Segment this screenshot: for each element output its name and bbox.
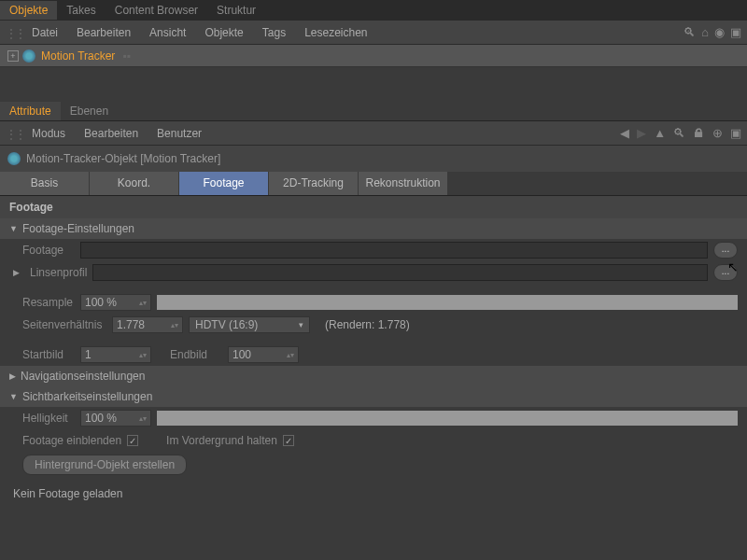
motion-tracker-icon — [7, 152, 21, 165]
subtab-rekonstruktion[interactable]: Rekonstruktion — [359, 172, 448, 195]
maximize-icon[interactable]: ▣ — [730, 126, 741, 140]
group-label: Sichtbarkeitseinstellungen — [22, 390, 152, 403]
attribute-tab-bar: Attribute Ebenen — [0, 101, 747, 121]
tab-struktur[interactable]: Struktur — [207, 1, 265, 20]
expand-icon[interactable]: + — [7, 50, 19, 62]
label-footage-einblenden: Footage einblenden — [22, 434, 121, 447]
menu-bearbeiten-attr[interactable]: Bearbeiten — [75, 123, 148, 144]
label-resample: Resample — [22, 296, 75, 309]
group-label: Navigationseinstellungen — [21, 370, 145, 383]
drag-handle-icon[interactable] — [6, 128, 17, 139]
label-seitenverhaeltnis: Seitenverhältnis — [22, 318, 106, 331]
tab-content-browser[interactable]: Content Browser — [106, 1, 207, 20]
endbild-input[interactable]: 100▴▾ — [228, 346, 299, 363]
nav-forward-icon[interactable]: ▶ — [637, 126, 646, 140]
label-footage: Footage — [22, 244, 75, 257]
attribute-menubar: Modus Bearbeiten Benutzer ◀ ▶ ▲ 🔍︎ 🔒︎ ⊕ … — [0, 121, 747, 146]
resample-input[interactable]: 100 %▴▾ — [80, 294, 151, 311]
browse-linsenprofil-button[interactable]: ... — [713, 264, 738, 281]
group-label: Footage-Einstellungen — [22, 222, 134, 235]
row-resample: Resample 100 %▴▾ — [0, 291, 747, 314]
subtab-2d-tracking[interactable]: 2D-Tracking — [269, 172, 359, 195]
render-aspect-text: (Rendern: 1.778) — [325, 318, 410, 331]
row-hintergrund-btn: Hintergrund-Objekt erstellen — [0, 452, 747, 478]
selected-object-header: Motion-Tracker-Objekt [Motion Tracker] — [0, 146, 747, 172]
menu-objekte[interactable]: Objekte — [195, 22, 252, 43]
footage-path-input[interactable] — [80, 242, 708, 259]
menu-benutzer[interactable]: Benutzer — [148, 123, 211, 144]
eye-icon[interactable]: ◉ — [714, 25, 725, 39]
drag-handle-icon[interactable] — [6, 27, 17, 38]
section-footage: Footage — [0, 196, 747, 218]
checkbox-footage-einblenden[interactable]: ✓ — [127, 435, 138, 446]
menu-modus[interactable]: Modus — [22, 123, 75, 144]
chevron-down-icon: ▼ — [9, 224, 18, 233]
nav-up-icon[interactable]: ▲ — [654, 126, 666, 140]
maximize-icon[interactable]: ▣ — [730, 25, 741, 39]
row-footage-path: Footage ... — [0, 239, 747, 261]
hintergrund-objekt-button[interactable]: Hintergrund-Objekt erstellen — [22, 455, 187, 475]
group-visibility-settings[interactable]: ▼ Sichtbarkeitseinstellungen — [0, 386, 747, 407]
new-icon[interactable]: ⊕ — [712, 126, 723, 140]
group-navigation-settings[interactable]: ▶ Navigationseinstellungen — [0, 366, 747, 386]
footage-status-text: Kein Footage geladen — [0, 478, 747, 510]
row-seitenverhaeltnis: Seitenverhältnis 1.778▴▾ HDTV (16:9)▾ (R… — [0, 314, 747, 336]
menu-tags[interactable]: Tags — [253, 22, 295, 43]
label-helligkeit: Helligkeit — [22, 412, 75, 425]
tab-attribute[interactable]: Attribute — [0, 102, 61, 120]
selected-object-title: Motion-Tracker-Objekt [Motion Tracker] — [26, 152, 220, 165]
tab-takes[interactable]: Takes — [57, 1, 105, 20]
tab-ebenen[interactable]: Ebenen — [61, 102, 118, 120]
menu-lesezeichen[interactable]: Lesezeichen — [295, 22, 376, 43]
label-vordergrund: Im Vordergrund halten — [166, 434, 277, 447]
helligkeit-input[interactable]: 100 %▴▾ — [80, 410, 151, 427]
subtab-footage[interactable]: Footage — [179, 172, 269, 195]
search-icon[interactable]: 🔍︎ — [673, 126, 685, 140]
chevron-down-icon: ▼ — [9, 392, 18, 401]
motion-tracker-icon — [22, 49, 35, 63]
helligkeit-slider[interactable] — [157, 411, 738, 426]
seiten-input[interactable]: 1.778▴▾ — [112, 316, 183, 333]
row-helligkeit: Helligkeit 100 %▴▾ — [0, 407, 747, 429]
top-tab-bar: Objekte Takes Content Browser Struktur — [0, 0, 747, 21]
startbild-input[interactable]: 1▴▾ — [80, 346, 151, 363]
search-icon[interactable]: 🔍︎ — [684, 25, 696, 39]
object-manager-menubar: Datei Bearbeiten Ansicht Objekte Tags Le… — [0, 21, 747, 45]
browse-footage-button[interactable]: ... — [713, 242, 738, 259]
property-sub-tabs: Basis Koord. Footage 2D-Tracking Rekonst… — [0, 172, 747, 196]
menu-ansicht[interactable]: Ansicht — [140, 22, 195, 43]
chevron-right-icon[interactable]: ▶ — [13, 268, 20, 277]
menu-bearbeiten[interactable]: Bearbeiten — [67, 22, 140, 43]
lock-icon[interactable]: 🔒︎ — [693, 126, 705, 140]
visibility-dots-icon[interactable]: ▪▪ — [122, 49, 131, 63]
row-linsenprofil: ▶ Linsenprofil ... — [0, 261, 747, 284]
nav-back-icon[interactable]: ◀ — [620, 126, 629, 140]
seiten-preset-dropdown[interactable]: HDTV (16:9)▾ — [189, 316, 310, 333]
resample-slider[interactable] — [157, 295, 738, 310]
checkbox-vordergrund[interactable]: ✓ — [283, 435, 294, 446]
chevron-right-icon: ▶ — [9, 371, 16, 381]
label-startbild: Startbild — [22, 348, 75, 361]
row-visibility-checks: Footage einblenden ✓ Im Vordergrund halt… — [0, 429, 747, 452]
object-tree-empty — [0, 67, 747, 101]
tab-objekte[interactable]: Objekte — [0, 1, 57, 20]
home-icon[interactable]: ⌂ — [701, 25, 709, 39]
label-linsenprofil: Linsenprofil — [30, 266, 87, 279]
object-tree-row-motion-tracker[interactable]: + Motion Tracker ▪▪ — [0, 45, 747, 67]
row-frame-range: Startbild 1▴▾ Endbild 100▴▾ — [0, 343, 747, 366]
menu-datei[interactable]: Datei — [22, 22, 67, 43]
subtab-basis[interactable]: Basis — [0, 172, 90, 195]
label-endbild: Endbild — [170, 348, 222, 361]
group-footage-settings[interactable]: ▼ Footage-Einstellungen — [0, 218, 747, 239]
linsenprofil-input[interactable] — [92, 264, 708, 281]
object-name[interactable]: Motion Tracker — [41, 49, 115, 63]
subtab-koord[interactable]: Koord. — [90, 172, 179, 195]
